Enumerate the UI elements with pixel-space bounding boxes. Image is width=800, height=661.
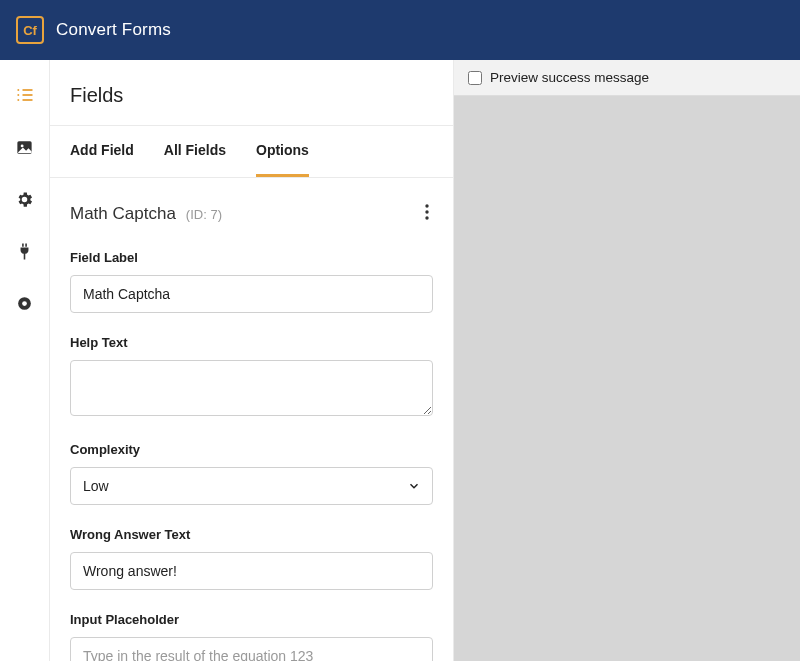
preview-success-toggle[interactable]: Preview success message <box>468 70 649 85</box>
top-bar: Cf Convert Forms <box>0 0 800 60</box>
svg-point-11 <box>425 210 428 213</box>
field-header: Math Captcha (ID: 7) <box>70 200 433 228</box>
field-label-label: Field Label <box>70 250 433 265</box>
preview-success-checkbox[interactable] <box>468 71 482 85</box>
icon-sidebar <box>0 60 50 661</box>
complexity-select[interactable] <box>70 467 433 505</box>
brand-name: Convert Forms <box>56 20 171 40</box>
svg-point-0 <box>17 89 19 91</box>
input-placeholder-label: Input Placeholder <box>70 612 433 627</box>
tab-options[interactable]: Options <box>256 126 309 177</box>
wrong-answer-label: Wrong Answer Text <box>70 527 433 542</box>
list-icon[interactable] <box>14 84 36 106</box>
help-text-label: Help Text <box>70 335 433 350</box>
svg-point-4 <box>17 99 19 101</box>
gear-icon[interactable] <box>14 188 36 210</box>
panel-title: Fields <box>50 60 453 126</box>
tabs: Add Field All Fields Options <box>50 126 453 178</box>
svg-point-7 <box>21 144 24 147</box>
svg-point-10 <box>425 204 428 207</box>
tab-all-fields[interactable]: All Fields <box>164 126 226 177</box>
input-placeholder-input[interactable] <box>70 637 433 661</box>
field-id: (ID: 7) <box>186 207 222 222</box>
wrong-answer-input[interactable] <box>70 552 433 590</box>
field-name: Math Captcha <box>70 204 176 224</box>
preview-bar: Preview success message <box>454 60 800 96</box>
tab-add-field[interactable]: Add Field <box>70 126 134 177</box>
svg-point-2 <box>17 94 19 96</box>
complexity-label: Complexity <box>70 442 433 457</box>
logo-box: Cf <box>16 16 44 44</box>
help-text-input[interactable] <box>70 360 433 416</box>
preview-success-label: Preview success message <box>490 70 649 85</box>
kebab-icon[interactable] <box>421 200 433 228</box>
preview-area: Preview success message <box>454 60 800 661</box>
record-icon[interactable] <box>14 292 36 314</box>
svg-point-12 <box>425 216 428 219</box>
panel-content: Math Captcha (ID: 7) Field Label Help Te… <box>50 178 453 661</box>
field-label-input[interactable] <box>70 275 433 313</box>
plug-icon[interactable] <box>14 240 36 262</box>
svg-point-9 <box>22 301 27 306</box>
image-icon[interactable] <box>14 136 36 158</box>
logo-text: Cf <box>23 23 37 38</box>
fields-panel: Fields Add Field All Fields Options Math… <box>50 60 454 661</box>
